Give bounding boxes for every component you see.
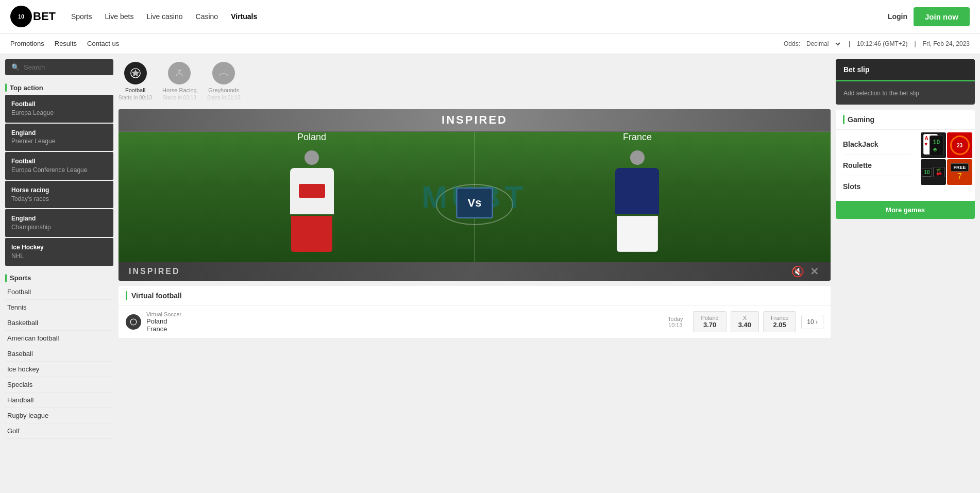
more-games-button[interactable]: More games [836,201,975,219]
tab-football[interactable]: FootballStarts In 00:13 [119,62,152,101]
search-input[interactable] [24,63,107,71]
nav-live-bets[interactable]: Live bets [105,12,133,21]
team-away-section: France [615,132,659,252]
odd-draw-value: 3.40 [738,321,751,329]
search-icon: 🔍 [11,63,20,71]
bet-slip: Bet slip Add selection to the bet slip [836,59,975,105]
sidebar-item-baseball[interactable]: Baseball [5,346,113,362]
top-action-item-6[interactable]: Ice Hockey NHL [5,238,113,266]
odds-type-select[interactable]: Decimal Fractional [804,40,842,48]
match-info: Virtual Soccer Poland France [146,311,663,333]
team-home-section: Poland [290,132,334,252]
nav-live-casino[interactable]: Live casino [147,12,183,21]
football-tab-icon [124,62,147,84]
odds-container: Poland 3.70 X 3.40 France 2.05 [693,311,796,332]
search-box[interactable]: 🔍 [5,59,113,75]
bet-slip-header: Bet slip [836,59,975,80]
sidebar-item-basketball[interactable]: Basketball [5,315,113,331]
contact-link[interactable]: Contact us [87,40,119,47]
virtuals-tabs: FootballStarts In 00:13 Horse RacingStar… [119,59,831,104]
game-blackjack[interactable]: BlackJack [843,134,911,155]
sidebar-item-specials[interactable]: Specials [5,377,113,393]
odd-draw[interactable]: X 3.40 [731,311,759,332]
player-kit-away [615,150,659,252]
more-bets-button[interactable]: 10 › [801,315,823,329]
virtual-soccer-icon [126,314,141,330]
top-action-item-4-line2: Today's races [11,195,107,203]
top-action-title: Top action [5,80,113,95]
logo[interactable]: 10 BET [10,6,56,27]
top-action-item-4[interactable]: Horse racing Today's races [5,181,113,209]
odd-away[interactable]: France 2.05 [763,311,796,332]
odd-draw-label: X [738,315,751,321]
top-action-item-5[interactable]: England Championship [5,209,113,237]
nav-sports[interactable]: Sports [71,12,92,21]
nav-virtuals[interactable]: Virtuals [231,12,257,21]
top-action-item-3[interactable]: Football Europa Conference League [5,152,113,180]
game-roulette[interactable]: Roulette [843,155,911,176]
promotions-link[interactable]: Promotions [10,40,44,47]
svg-point-2 [130,319,137,325]
nav-casino[interactable]: Casino [196,12,218,21]
match-time-container: Today 10:13 [668,316,683,328]
game-slots[interactable]: Slots [843,176,911,197]
sidebar-item-ice-hockey[interactable]: Ice hockey [5,362,113,377]
sports-title: Sports [5,270,113,284]
gaming-content: BlackJack Roulette Slots A♥ 10♣ [836,130,975,201]
match-teams: Poland France [146,317,663,333]
sidebar-item-american-football[interactable]: American football [5,331,113,346]
horse-racing-tab-label: Horse RacingStarts In 02:13 [162,87,197,101]
join-button[interactable]: Join now [914,7,970,26]
match-time: 10:13 [668,322,683,328]
football-tab-label: FootballStarts In 00:13 [119,87,152,101]
gaming-games-list: BlackJack Roulette Slots [836,130,918,201]
sidebar-item-handball[interactable]: Handball [5,393,113,408]
center-content: FootballStarts In 00:13 Horse RacingStar… [113,59,836,488]
gaming-thumbnails: A♥ 10♣ 23 10 🍒 [918,130,975,201]
sidebar-item-golf[interactable]: Golf [5,423,113,439]
top-action-item-2[interactable]: England Premier League [5,124,113,151]
sports-section: Sports Football Tennis Basketball Americ… [5,270,113,439]
virtual-football-title: Virtual football [119,286,831,306]
odd-home[interactable]: Poland 3.70 [693,311,726,332]
sidebar-item-football[interactable]: Football [5,284,113,300]
bet-slip-empty-text: Add selection to the bet slip [843,90,919,97]
tab-horse-racing[interactable]: Horse RacingStarts In 02:13 [162,62,197,101]
gaming-thumb-stack: A♥ 10♣ 23 10 🍒 [918,130,975,188]
team-home-name: Poland [297,132,326,143]
header-left: 10 BET Sports Live bets Live casino Casi… [10,6,257,27]
virtual-football-section: Virtual football Virtual Soccer Poland F… [119,286,831,338]
close-icon[interactable]: ✕ [810,265,820,278]
results-link[interactable]: Results [55,40,77,47]
logo-text: BET [33,10,56,23]
horse-racing-tab-icon [168,62,191,84]
mute-controls[interactable]: 🔇 ✕ [791,265,820,278]
greyhounds-tab-icon [212,62,235,84]
separator-1: | [849,40,850,47]
sub-header: Promotions Results Contact us Odds: Deci… [0,33,980,54]
header: 10 BET Sports Live bets Live casino Casi… [0,0,980,33]
separator-2: | [914,40,916,47]
inspired-bottom-banner: INSPIRED 🔇 ✕ [119,262,831,281]
main-content: 🔍 Top action Football Europa League Engl… [0,54,980,493]
blackjack-thumb: A♥ 10♣ [921,132,946,158]
top-action-item-5-line2: Championship [11,223,107,232]
greyhounds-tab-label: GreyhoundsStarts In 01:13 [207,87,241,101]
date-display: Fri, Feb 24, 2023 [923,40,970,47]
teams-container: Poland Vs France [154,132,795,262]
time-display: 10:12:46 (GMT+2) [857,40,907,47]
top-action-item-1-line1: Football [11,100,107,109]
header-right: Login Join now [888,7,970,26]
gaming-title: Gaming [848,115,874,124]
gaming-header: Gaming [836,110,975,130]
sidebar-item-rugby-league[interactable]: Rugby league [5,408,113,423]
login-button[interactable]: Login [888,12,907,21]
game-area: INSPIRED MUBT Poland [119,109,831,281]
sidebar-item-tennis[interactable]: Tennis [5,300,113,315]
tab-greyhounds[interactable]: GreyhoundsStarts In 01:13 [207,62,241,101]
top-action-item-2-line1: England [11,129,107,138]
gaming-section: Gaming BlackJack Roulette Slots A♥ 10♣ [836,110,975,219]
mute-icon[interactable]: 🔇 [791,265,806,278]
svg-marker-1 [131,70,139,77]
top-action-item-1[interactable]: Football Europa League [5,95,113,123]
